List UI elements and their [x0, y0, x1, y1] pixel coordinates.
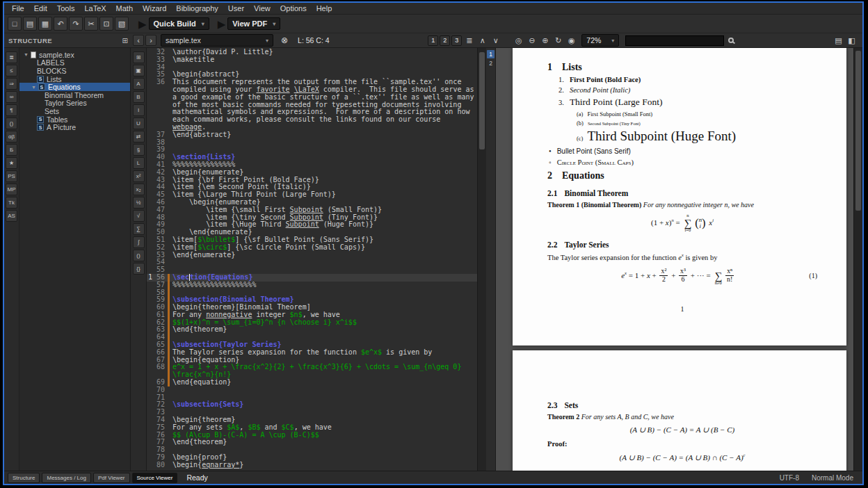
code-area[interactable]: 32\author{David P. Little}33\maketitle34… — [147, 48, 477, 471]
back-icon[interactable]: ‹ — [133, 35, 144, 46]
pdf-presentation-icon[interactable]: ◉ — [565, 35, 577, 46]
scrollbar-thumb[interactable] — [855, 51, 861, 211]
italic-icon[interactable]: I — [133, 104, 145, 116]
greek-letters-icon[interactable]: αβ — [6, 131, 17, 143]
pstricks-icon[interactable]: PS — [6, 170, 17, 182]
menu-tools[interactable]: Tools — [52, 3, 80, 13]
textblock-icon[interactable]: ⊞ — [133, 51, 145, 63]
arrow-symbols-icon[interactable]: ⇒ — [6, 78, 17, 90]
open-file-select[interactable]: sample.tex ▾ — [161, 34, 273, 47]
bookmark-1-button[interactable]: 1 — [428, 35, 438, 46]
menu-user[interactable]: User — [223, 3, 249, 13]
menu-help[interactable]: Help — [312, 3, 337, 13]
asymptote-icon[interactable]: AS — [6, 210, 17, 222]
scrollbar-thumb[interactable] — [479, 52, 485, 149]
editor-scrollbar[interactable] — [477, 48, 486, 471]
menu-math[interactable]: Math — [111, 3, 138, 13]
cyrillic-icon[interactable]: Б — [6, 144, 17, 156]
frac-icon[interactable]: ½ — [133, 197, 145, 209]
copy-icon[interactable]: ⊡ — [99, 17, 113, 31]
align-icon[interactable]: ⇄ — [133, 131, 145, 143]
view-pdf-run-icon[interactable]: ▶ — [218, 19, 226, 29]
open-file-icon[interactable]: ▤ — [23, 17, 37, 31]
sum-icon[interactable]: ∑ — [133, 223, 145, 235]
structure-list-icon[interactable]: ≣ — [463, 35, 475, 46]
pdf-viewer[interactable]: 1Lists1.First Point (Bold Face)2.Second … — [496, 48, 853, 471]
misc-math-icon[interactable]: ∞ — [6, 91, 17, 103]
label-icon[interactable]: L — [133, 157, 145, 169]
close-file-icon[interactable]: ⊗ — [281, 35, 288, 45]
print-icon[interactable]: ▤ — [833, 35, 844, 46]
underline-icon[interactable]: U — [133, 117, 145, 129]
structure-item-blocks[interactable]: BLOCKS — [19, 67, 130, 75]
environment-icon[interactable]: ▣ — [133, 65, 145, 76]
parentheses-icon[interactable]: () — [133, 250, 145, 261]
new-file-icon[interactable]: □ — [8, 17, 22, 31]
paste-icon[interactable]: ▧ — [115, 17, 129, 31]
external-viewer-icon[interactable]: ◧ — [846, 35, 858, 46]
expand-arrow-icon[interactable]: ▼ — [31, 85, 36, 90]
pdf-list-item: 2.Second Point (Italic) — [558, 86, 817, 94]
detach-panel-icon[interactable]: ⊞ — [122, 37, 128, 44]
bold-icon[interactable]: B — [133, 91, 145, 103]
undo-icon[interactable]: ↶ — [54, 17, 67, 31]
status-tab-pdf-viewer[interactable]: Pdf Viewer — [93, 473, 130, 483]
menu-latex[interactable]: LaTeX — [79, 3, 111, 13]
pdf-search-input[interactable] — [625, 35, 724, 46]
pdf-rotate-icon[interactable]: ↻ — [552, 35, 564, 46]
zoom-select[interactable]: 72% ▾ — [581, 34, 619, 47]
structure-item-equations[interactable]: ▼SEquations — [19, 83, 130, 91]
pdf-zoom-out-icon[interactable]: ⊖ — [526, 35, 538, 46]
structure-item-tables[interactable]: STables — [19, 115, 130, 124]
pdf-zoom-in-icon[interactable]: ⊕ — [539, 35, 551, 46]
bookmark-2-button[interactable]: 2 — [440, 35, 450, 46]
integral-icon[interactable]: ∫ — [133, 236, 145, 248]
expand-arrow-icon[interactable]: ▼ — [24, 52, 29, 57]
relation-symbols-icon[interactable]: ≤ — [6, 65, 17, 76]
structure-item-lists[interactable]: SLists — [19, 75, 130, 83]
previous-document-icon[interactable]: ∧ — [476, 35, 488, 46]
structure-item-taylor-series[interactable]: Taylor Series — [19, 99, 130, 108]
quick-build-run-icon[interactable]: ▶ — [138, 19, 147, 29]
tikz-icon[interactable]: Tk — [6, 197, 17, 209]
status-tab-structure[interactable]: Structure — [8, 473, 40, 483]
most-used-icon[interactable]: ★ — [6, 157, 17, 169]
save-file-icon[interactable]: ▦ — [38, 17, 52, 31]
structure-item-sets[interactable]: Sets — [19, 107, 130, 115]
menu-edit[interactable]: Edit — [29, 3, 52, 13]
pdf-page-number-1[interactable]: 1 — [487, 50, 495, 58]
superscript-icon[interactable]: x² — [133, 170, 145, 182]
next-document-icon[interactable]: ∨ — [490, 35, 501, 46]
structure-item-a-picture[interactable]: SA Picture — [19, 123, 130, 131]
pdf-page-number-2[interactable]: 2 — [487, 59, 495, 67]
subscript-icon[interactable]: x₂ — [133, 184, 145, 195]
forward-icon[interactable]: › — [145, 35, 156, 46]
pdf-fit-page-icon[interactable]: ◎ — [513, 35, 524, 46]
braces-icon[interactable]: {} — [133, 263, 145, 275]
menu-file[interactable]: File — [7, 3, 29, 13]
status-tab-source-viewer[interactable]: Source Viewer — [132, 473, 178, 483]
pdf-scrollbar[interactable] — [853, 48, 862, 471]
delimiters-icon[interactable]: () — [6, 117, 17, 129]
section-command-icon[interactable]: § — [133, 144, 145, 156]
menu-wizard[interactable]: Wizard — [138, 3, 171, 13]
view-pdf-select[interactable]: View PDF ▾ — [227, 17, 280, 30]
metapost-icon[interactable]: MP — [6, 184, 17, 195]
menu-bibliography[interactable]: Bibliography — [171, 3, 223, 13]
menu-options[interactable]: Options — [275, 3, 312, 13]
structure-item-binomial-theorem[interactable]: Binomial Theorem — [19, 91, 130, 99]
structure-item-labels[interactable]: LABELS — [19, 59, 130, 67]
bookmark-3-button[interactable]: 3 — [451, 35, 462, 46]
font-command-icon[interactable]: A — [133, 78, 145, 90]
sqrt-icon[interactable]: √ — [133, 210, 145, 222]
status-tab-messages-log[interactable]: Messages / Log — [42, 473, 90, 483]
structure-item-sample-tex[interactable]: ▼sample.tex — [19, 51, 130, 59]
structure-tab-icon[interactable]: ≣ — [6, 51, 17, 63]
cut-icon[interactable]: ✂ — [84, 17, 98, 31]
section-number: 1 — [547, 62, 552, 73]
quick-build-select[interactable]: Quick Build ▾ — [149, 17, 209, 30]
misc-text-icon[interactable]: ¶ — [6, 104, 17, 116]
search-icon[interactable] — [728, 38, 734, 43]
redo-icon[interactable]: ↷ — [69, 17, 83, 31]
menu-view[interactable]: View — [249, 3, 275, 13]
